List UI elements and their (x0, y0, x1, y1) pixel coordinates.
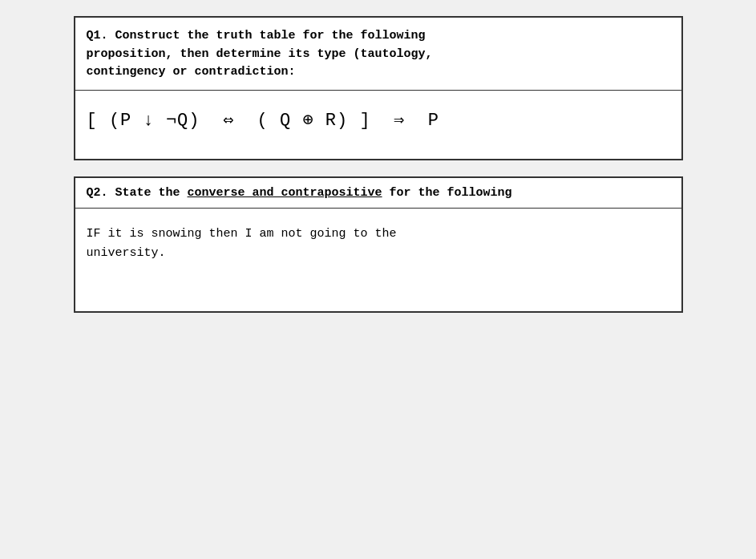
q2-body-text: IF it is snowing then I am not going to … (87, 225, 670, 263)
q2-header-start: Q2. State the (87, 186, 188, 200)
q2-body-line2: university. (87, 246, 166, 260)
question-2-box: Q2. State the converse and contrapositiv… (74, 176, 683, 313)
q1-header-text: Q1. Construct the truth table for the fo… (87, 27, 670, 82)
q1-body: [ (P ↓ ¬Q) ⇔ ( Q ⊕ R) ] ⇒ P (75, 91, 681, 159)
q2-body: IF it is snowing then I am not going to … (75, 209, 681, 311)
q1-header-line3: contingency or contradiction: (87, 65, 296, 79)
q2-header-end: for the following (382, 186, 512, 200)
q1-header: Q1. Construct the truth table for the fo… (75, 18, 681, 91)
q1-header-line1: Q1. Construct the truth table for the fo… (87, 29, 426, 43)
q1-header-line2: proposition, then determine its type (ta… (87, 47, 433, 61)
page-container: Q1. Construct the truth table for the fo… (74, 16, 683, 313)
q2-header-underlined: converse and contrapositive (188, 186, 382, 200)
q2-header: Q2. State the converse and contrapositiv… (75, 178, 681, 209)
q2-body-line1: IF it is snowing then I am not going to … (87, 227, 397, 241)
q2-header-text: Q2. State the converse and contrapositiv… (87, 186, 670, 200)
q1-formula: [ (P ↓ ¬Q) ⇔ ( Q ⊕ R) ] ⇒ P (87, 107, 670, 135)
question-1-box: Q1. Construct the truth table for the fo… (74, 16, 683, 160)
